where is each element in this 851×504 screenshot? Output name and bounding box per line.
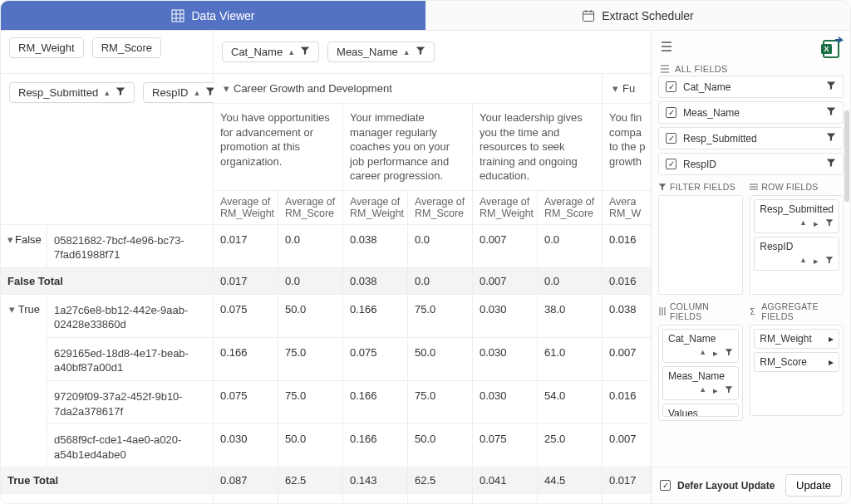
field-cat-name[interactable]: Cat_Name xyxy=(658,76,844,98)
filter-icon[interactable] xyxy=(826,132,836,144)
row-id: d568f9cf-cde1-4ae0-a020-a54b1ed4abe0 xyxy=(47,424,214,467)
cell: 0.007 xyxy=(473,225,538,268)
cell: 75.0 xyxy=(408,295,473,338)
cell: 0.143 xyxy=(343,467,408,494)
cell: 0.0 xyxy=(278,268,343,295)
checkbox-icon[interactable] xyxy=(666,159,676,169)
filter-icon[interactable] xyxy=(826,158,836,170)
chip-cat-name[interactable]: Cat_Name ▲ xyxy=(222,42,319,62)
cell: 0.075 xyxy=(473,424,538,467)
chevron-right-icon[interactable]: ▸ xyxy=(814,218,819,229)
update-button[interactable]: Update xyxy=(785,474,842,497)
chip-label: Resp_Submitted xyxy=(18,86,98,99)
cell: 0.166 xyxy=(343,424,408,467)
cell: 0.166 xyxy=(214,338,278,381)
chevron-right-icon[interactable]: ▸ xyxy=(713,385,718,396)
cell: 50.0 xyxy=(278,494,343,503)
row-group-false[interactable]: ▾False xyxy=(1,225,47,268)
sort-asc-icon[interactable]: ▲ xyxy=(799,218,807,229)
filter-fields-dropzone[interactable] xyxy=(658,195,743,295)
chevron-right-icon[interactable]: ▸ xyxy=(814,256,819,267)
field-list-icon[interactable] xyxy=(660,40,673,56)
row-id: 05821682-7bcf-4e96-bc73-7fad61988f71 xyxy=(47,225,214,268)
chip-resp-submitted[interactable]: Resp_Submitted ▲ xyxy=(9,82,135,103)
cell: 0.034 xyxy=(473,494,538,503)
cell: 62.5 xyxy=(278,467,343,494)
sort-asc-icon[interactable]: ▲ xyxy=(699,348,706,359)
tag-rm-score[interactable]: RM_Score▸ xyxy=(754,352,839,372)
filter-icon[interactable] xyxy=(825,218,834,229)
col-group-fu[interactable]: ▾ Fu xyxy=(603,74,651,104)
scrollbar-thumb[interactable] xyxy=(844,110,849,202)
sort-asc-icon[interactable]: ▲ xyxy=(288,48,295,56)
chevron-right-icon[interactable]: ▸ xyxy=(713,348,718,359)
cell: 0.122 xyxy=(343,494,408,503)
all-fields-title: ALL FIELDS xyxy=(652,61,850,76)
cell: 0.038 xyxy=(343,268,408,295)
checkbox-icon[interactable] xyxy=(666,81,676,92)
metric-header: Average of RM_Weight xyxy=(473,191,538,225)
tag-values[interactable]: Values xyxy=(662,404,739,417)
tag-resp-submitted[interactable]: Resp_Submitted ▲▸ xyxy=(754,199,839,233)
cell: 50.0 xyxy=(408,424,473,467)
tag-meas-name[interactable]: Meas_Name ▲▸ xyxy=(662,366,739,400)
field-label: Resp_Submitted xyxy=(683,133,757,144)
col-question-3: Your leadership gives you the time and r… xyxy=(473,104,603,191)
tag-resp-id[interactable]: RespID ▲▸ xyxy=(754,237,839,271)
col-group-career[interactable]: ▾ Career Growth and Development xyxy=(214,74,603,104)
checkbox-icon[interactable] xyxy=(666,107,676,118)
field-resp-submitted[interactable]: Resp_Submitted xyxy=(658,127,844,149)
sort-asc-icon[interactable]: ▲ xyxy=(403,48,411,56)
defer-checkbox[interactable] xyxy=(660,480,671,491)
sort-asc-icon[interactable]: ▲ xyxy=(193,89,200,97)
row-chip-zone: Resp_Submitted ▲ RespID ▲ xyxy=(1,74,214,225)
column-fields-dropzone[interactable]: Cat_Name ▲▸ Meas_Name ▲▸ Values xyxy=(658,325,743,421)
chip-resp-id[interactable]: RespID ▲ xyxy=(143,82,224,103)
field-resp-id[interactable]: RespID xyxy=(658,153,844,175)
cell: 0.075 xyxy=(343,338,408,381)
aggregate-fields-dropzone[interactable]: RM_Weight▸ RM_Score▸ xyxy=(750,325,844,416)
field-meas-name[interactable]: Meas_Name xyxy=(658,101,844,124)
app-root: Data Viewer Extract Scheduler RM_Weight … xyxy=(0,0,851,504)
defer-bar: Defer Layout Update Update xyxy=(652,467,850,503)
tag-rm-weight[interactable]: RM_Weight▸ xyxy=(754,329,839,349)
filter-icon[interactable] xyxy=(825,256,834,267)
collapse-icon[interactable]: ▾ xyxy=(7,303,17,316)
filter-icon[interactable] xyxy=(725,385,733,396)
metric-header: Average of RM_Score xyxy=(408,191,473,225)
chip-rm-weight[interactable]: RM_Weight xyxy=(9,37,84,58)
filter-icon[interactable] xyxy=(116,86,125,99)
checkbox-icon[interactable] xyxy=(666,133,676,144)
tab-extract-scheduler[interactable]: Extract Scheduler xyxy=(426,1,850,30)
collapse-icon[interactable]: ▾ xyxy=(7,233,13,246)
collapse-icon[interactable]: ▾ xyxy=(220,82,232,95)
filter-icon[interactable] xyxy=(416,46,426,58)
sort-asc-icon[interactable]: ▲ xyxy=(103,89,111,97)
filter-icon[interactable] xyxy=(826,81,836,93)
tab-data-viewer[interactable]: Data Viewer xyxy=(1,1,426,30)
export-excel-icon[interactable]: X xyxy=(819,36,842,59)
chip-rm-score[interactable]: RM_Score xyxy=(92,37,161,58)
chip-meas-name[interactable]: Meas_Name ▲ xyxy=(327,42,435,62)
filter-icon[interactable] xyxy=(826,106,836,119)
chip-label: Cat_Name xyxy=(231,46,283,58)
filter-icon[interactable] xyxy=(725,348,733,359)
tag-label: RM_Score xyxy=(760,356,807,368)
filter-icon[interactable] xyxy=(300,46,310,58)
chevron-right-icon[interactable]: ▸ xyxy=(829,333,834,345)
sort-asc-icon[interactable]: ▲ xyxy=(799,256,807,267)
collapse-icon[interactable]: ▾ xyxy=(609,82,621,95)
row-group-true[interactable]: ▾True xyxy=(1,295,47,467)
sort-asc-icon[interactable]: ▲ xyxy=(699,385,706,396)
tag-cat-name[interactable]: Cat_Name ▲▸ xyxy=(662,329,739,363)
row-grand-total: Grand Total xyxy=(1,494,214,503)
chevron-right-icon[interactable]: ▸ xyxy=(829,356,834,368)
value-chip-zone: RM_Weight RM_Score xyxy=(1,31,214,73)
cell: 0.017 xyxy=(214,268,278,295)
tab-bar: Data Viewer Extract Scheduler xyxy=(1,1,850,31)
field-label: RespID xyxy=(683,159,716,170)
cell: 50.0 xyxy=(278,424,343,467)
cell: 0.030 xyxy=(473,338,538,381)
row-fields-dropzone[interactable]: Resp_Submitted ▲▸ RespID ▲▸ xyxy=(750,195,844,295)
cell: 0.038 xyxy=(343,225,408,268)
